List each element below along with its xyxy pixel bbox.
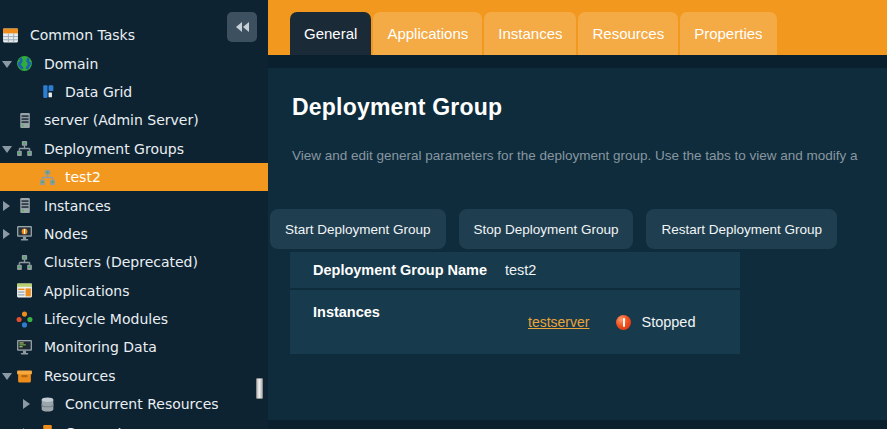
sidebar-item-label: Lifecycle Modules [44,311,168,327]
common-tasks-icon [2,27,19,44]
sidebar-item-label: server (Admin Server) [44,112,199,128]
sidebar-item-label: Nodes [44,226,88,242]
sidebar-item-resources[interactable]: Resources [0,362,268,390]
collapse-left-icon [236,22,242,32]
deployment-group-name-value: test2 [505,262,536,278]
main-content: GeneralApplicationsInstancesResourcesPro… [268,0,887,429]
sidebar-item-label: Deployment Groups [44,141,184,157]
navigation-sidebar: Common TasksDomainData Gridserver (Admin… [0,0,268,429]
sidebar-item-label: Clusters (Deprecated) [44,254,198,270]
sidebar-item-clusters-deprecated[interactable]: Clusters (Deprecated) [0,248,268,276]
stop-deployment-group-button[interactable]: Stop Deployment Group [459,209,634,249]
sidebar-item-label: test2 [65,169,101,185]
tree-arrow-spacer [22,86,34,98]
server-icon [16,197,33,214]
start-deployment-group-button[interactable]: Start Deployment Group [270,209,446,249]
cluster-icon [16,140,33,157]
sidebar-collapse-button[interactable] [227,12,257,42]
sidebar-item-label: Resources [44,368,116,384]
sidebar-item-label: Instances [44,198,111,214]
sidebar-item-label: Monitoring Data [44,339,157,355]
sidebar-item-applications[interactable]: Applications [0,277,268,305]
domain-icon [16,55,33,72]
sidebar-item-label: Common Tasks [30,27,135,43]
monitoring-icon [16,339,33,356]
deployment-group-table: Deployment Group Name test2 Instances te… [290,252,740,354]
sidebar-item-nodes[interactable]: Nodes [0,220,268,248]
sidebar-item-label: Connectors [65,425,145,429]
sidebar-item-label: Concurrent Resources [65,396,219,412]
restart-deployment-group-button[interactable]: Restart Deployment Group [646,209,837,249]
cluster-icon [39,169,56,186]
action-button-row: Start Deployment GroupStop Deployment Gr… [270,209,837,249]
collapse-left-icon [243,22,249,32]
tree-expanded-arrow-icon[interactable] [2,370,14,382]
tree-collapsed-arrow-icon[interactable] [22,398,34,410]
sidebar-item-data-grid[interactable]: Data Grid [0,78,268,106]
sidebar-item-lifecycle-modules[interactable]: Lifecycle Modules [0,305,268,333]
instance-status: Stopped [641,314,695,330]
tree-arrow-spacer [2,285,14,297]
table-row: Deployment Group Name test2 [290,252,740,288]
sidebar-item-label: Applications [44,283,130,299]
tree-collapsed-arrow-icon[interactable] [2,200,14,212]
tab-instances[interactable]: Instances [484,12,576,55]
stopped-status-icon [616,315,631,330]
sidebar-item-deployment-groups[interactable]: Deployment Groups [0,135,268,163]
tree-collapsed-arrow-icon[interactable] [2,228,14,240]
lifecycle-icon [16,311,33,328]
sidebar-item-concurrent-resources[interactable]: Concurrent Resources [0,390,268,418]
sidebar-item-connectors[interactable]: Connectors [0,418,268,429]
server-icon [16,112,33,129]
sidebar-item-monitoring-data[interactable]: Monitoring Data [0,333,268,361]
instance-row: testserver Stopped [528,290,696,354]
cluster-icon [16,254,33,271]
tab-resources[interactable]: Resources [578,12,678,55]
tab-general[interactable]: General [290,12,371,55]
data-grid-icon [39,83,56,100]
tree-arrow-spacer [2,256,14,268]
sidebar-item-server-admin-server[interactable]: server (Admin Server) [0,106,268,134]
connector-icon [39,424,56,429]
sidebar-item-test2[interactable]: test2 [0,163,268,191]
navigation-tree: Common TasksDomainData Gridserver (Admin… [0,0,268,429]
instances-label: Instances [313,304,380,320]
tree-arrow-spacer [2,341,14,353]
node-icon [16,225,33,242]
tree-arrow-spacer [2,313,14,325]
table-row: Instances testserver Stopped [290,290,740,354]
sidebar-item-label: Domain [44,56,98,72]
tree-arrow-spacer [2,114,14,126]
deployment-group-name-label: Deployment Group Name [313,262,505,278]
page-title: Deployment Group [292,94,502,121]
page-subtitle: View and edit general parameters for the… [292,148,887,163]
sidebar-item-instances[interactable]: Instances [0,191,268,219]
instance-link[interactable]: testserver [528,314,589,330]
tree-expanded-arrow-icon[interactable] [2,58,14,70]
tab-bar: GeneralApplicationsInstancesResourcesPro… [268,0,887,55]
tree-expanded-arrow-icon[interactable] [2,143,14,155]
tab-applications[interactable]: Applications [373,12,482,55]
applications-icon [16,282,33,299]
sidebar-item-domain[interactable]: Domain [0,49,268,77]
database-icon [39,396,56,413]
tree-arrow-spacer [22,171,34,183]
resources-icon [16,367,33,384]
sidebar-item-label: Data Grid [65,84,132,100]
sidebar-scrollbar-thumb[interactable] [256,378,263,399]
general-panel: Deployment Group View and edit general p… [268,68,887,420]
tab-properties[interactable]: Properties [680,12,776,55]
